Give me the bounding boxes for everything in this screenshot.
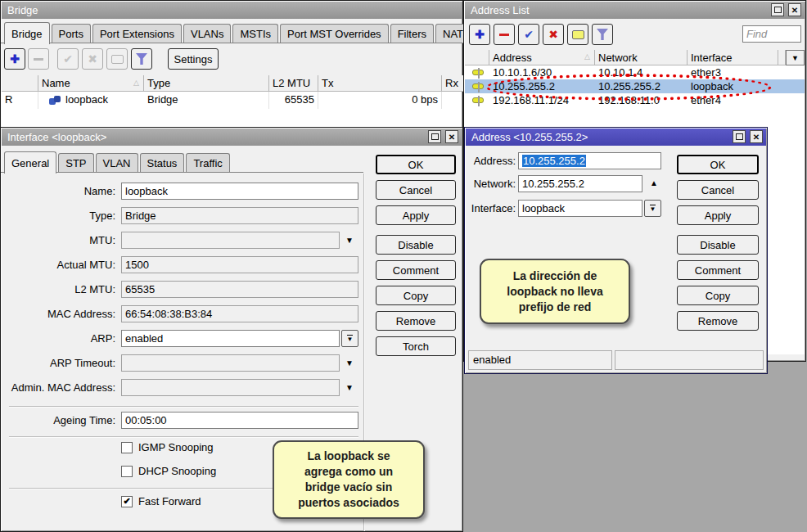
address-dialog-close-button[interactable]: ✕ bbox=[750, 130, 763, 143]
disable-button[interactable]: Disable bbox=[677, 235, 759, 255]
comment-button[interactable]: Comment bbox=[677, 260, 759, 280]
address-enable-button[interactable]: ✔ bbox=[518, 24, 539, 45]
copy-button[interactable]: Copy bbox=[376, 286, 456, 305]
check-icon: ✔ bbox=[524, 29, 534, 40]
bridge-col-type[interactable]: Type bbox=[144, 75, 269, 92]
bridge-filter-button[interactable] bbox=[131, 48, 152, 70]
bridge-col-tx[interactable]: Tx bbox=[318, 75, 442, 92]
bridge-comment-button[interactable] bbox=[106, 48, 128, 70]
combo-arrow-icon: ▼ bbox=[347, 335, 354, 343]
bridge-col-flags[interactable] bbox=[2, 75, 38, 92]
bridge-titlebar[interactable]: Bridge bbox=[2, 2, 462, 19]
address-add-button[interactable]: ✚ bbox=[469, 24, 490, 45]
address-filter-button[interactable] bbox=[592, 24, 613, 45]
row-l2mtu: 65535 bbox=[269, 92, 318, 109]
chevron-down-icon[interactable]: ▼ bbox=[345, 359, 354, 367]
interface-dialog-titlebar[interactable]: Interface <loopback> bbox=[2, 128, 462, 146]
address-input[interactable]: 10.255.255.2 bbox=[518, 152, 661, 169]
bridge-col-name[interactable]: Name △ bbox=[38, 75, 144, 92]
chevron-down-icon[interactable]: ▼ bbox=[345, 237, 354, 245]
admin-mac-field[interactable] bbox=[121, 379, 340, 396]
address-dialog-maximize-button[interactable] bbox=[733, 130, 746, 143]
fast-forward-checkbox[interactable]: ✔ Fast Forward bbox=[121, 495, 201, 507]
tab-ports[interactable]: Ports bbox=[52, 24, 91, 43]
address-remove-button[interactable] bbox=[494, 24, 515, 45]
tab-port-extensions[interactable]: Port Extensions bbox=[92, 24, 182, 43]
tab-stp[interactable]: STP bbox=[58, 153, 93, 173]
interface-maximize-button[interactable] bbox=[428, 130, 441, 143]
ip-address-icon bbox=[472, 70, 484, 75]
filter-icon bbox=[136, 53, 147, 65]
actual-mtu-label: Actual MTU: bbox=[1, 256, 115, 273]
igmp-snooping-checkbox[interactable]: IGMP Snooping bbox=[121, 441, 214, 453]
interface-tabstrip: General STP VLAN Status Traffic bbox=[4, 151, 232, 173]
copy-button[interactable]: Copy bbox=[677, 286, 759, 305]
cross-icon: ✖ bbox=[548, 29, 558, 40]
tab-filters[interactable]: Filters bbox=[390, 24, 434, 43]
address-table-header: Address △ Network Interface ▼ bbox=[465, 50, 805, 65]
name-field[interactable]: loopback bbox=[121, 183, 358, 200]
bridge-settings-button[interactable]: Settings bbox=[168, 48, 219, 70]
address-list-titlebar[interactable]: Address List bbox=[465, 2, 805, 19]
bridge-col-rx[interactable]: Rx bbox=[442, 75, 465, 92]
interface-close-button[interactable]: ✕ bbox=[445, 130, 458, 143]
cancel-button[interactable]: Cancel bbox=[376, 180, 456, 200]
bridge-add-button[interactable]: ✚ bbox=[4, 48, 25, 70]
tab-status[interactable]: Status bbox=[140, 153, 185, 173]
disable-button[interactable]: Disable bbox=[376, 235, 456, 255]
bridge-enable-button[interactable]: ✔ bbox=[57, 48, 79, 70]
address-dialog: Address <10.255.255.2> ✕ Address: 10.255… bbox=[464, 127, 768, 374]
comment-icon bbox=[111, 55, 124, 64]
dhcp-snooping-checkbox[interactable]: DHCP Snooping bbox=[121, 465, 216, 477]
interface-combo-button[interactable]: ▼ bbox=[644, 200, 661, 217]
interface-input[interactable]: loopback bbox=[518, 200, 642, 217]
address-dialog-titlebar[interactable]: Address <10.255.255.2> bbox=[466, 128, 766, 146]
torch-button[interactable]: Torch bbox=[376, 336, 456, 356]
apply-button[interactable]: Apply bbox=[677, 205, 759, 225]
separator bbox=[9, 406, 358, 407]
bridge-disable-button[interactable]: ✖ bbox=[82, 48, 103, 70]
fast-forward-label: Fast Forward bbox=[138, 495, 201, 507]
find-input[interactable] bbox=[742, 25, 801, 43]
ok-button[interactable]: OK bbox=[677, 155, 759, 174]
remove-button[interactable]: Remove bbox=[677, 311, 759, 331]
comment-button[interactable]: Comment bbox=[376, 260, 456, 280]
address-disable-button[interactable]: ✖ bbox=[543, 24, 564, 45]
al-col-flags[interactable] bbox=[465, 50, 489, 65]
tab-traffic[interactable]: Traffic bbox=[186, 153, 229, 173]
chevron-up-icon[interactable]: ▲ bbox=[650, 179, 658, 187]
al-col-address[interactable]: Address △ bbox=[489, 50, 595, 65]
column-selector-button[interactable]: ▼ bbox=[786, 50, 805, 65]
tab-bridge[interactable]: Bridge bbox=[4, 22, 50, 44]
address-list-maximize-button[interactable] bbox=[771, 3, 784, 16]
remove-button[interactable]: Remove bbox=[376, 311, 456, 331]
row-tx: 0 bps bbox=[318, 92, 442, 109]
chevron-down-icon[interactable]: ▼ bbox=[345, 384, 354, 392]
ageing-time-field[interactable]: 00:05:00 bbox=[121, 412, 358, 429]
address-list-close-button[interactable]: ✕ bbox=[788, 3, 801, 16]
al-col-network[interactable]: Network bbox=[595, 50, 688, 65]
cancel-button[interactable]: Cancel bbox=[677, 180, 759, 200]
tab-vlan[interactable]: VLAN bbox=[96, 153, 138, 173]
apply-button[interactable]: Apply bbox=[376, 205, 456, 225]
network-input[interactable]: 10.255.255.2 bbox=[518, 175, 642, 192]
arp-field[interactable]: enabled bbox=[121, 330, 340, 347]
tab-port-mst-overrides[interactable]: Port MST Overrides bbox=[280, 24, 389, 43]
tab-vlans[interactable]: VLANs bbox=[183, 24, 231, 43]
address-comment-button[interactable] bbox=[567, 24, 588, 45]
bridge-col-l2mtu[interactable]: L2 MTU bbox=[269, 75, 318, 92]
ok-button[interactable]: OK bbox=[376, 155, 456, 174]
maximize-icon bbox=[736, 133, 743, 140]
ip-address-icon bbox=[472, 97, 484, 103]
bridge-remove-button[interactable] bbox=[28, 48, 49, 70]
al-col-interface[interactable]: Interface bbox=[688, 50, 778, 65]
bridge-table-row[interactable]: R loopback Bridge 65535 0 bps bbox=[2, 92, 462, 109]
tab-mstis[interactable]: MSTIs bbox=[232, 24, 278, 43]
arp-combo-button[interactable]: ▼ bbox=[341, 330, 358, 347]
close-icon: ✕ bbox=[791, 6, 798, 15]
type-label: Type: bbox=[1, 207, 115, 224]
mtu-field[interactable] bbox=[121, 232, 340, 249]
address-label: Address: bbox=[465, 152, 516, 169]
tab-general[interactable]: General bbox=[4, 151, 56, 174]
arp-timeout-field[interactable] bbox=[121, 354, 340, 372]
